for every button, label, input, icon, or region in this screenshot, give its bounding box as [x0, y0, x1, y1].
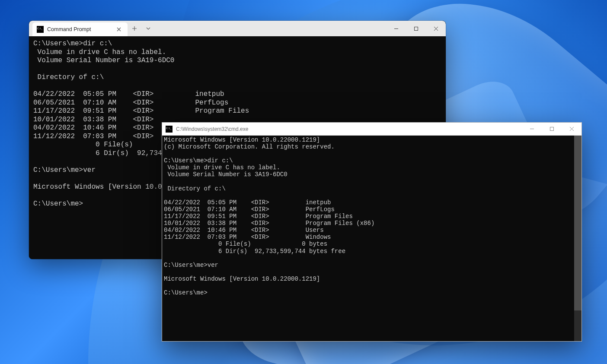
- terminal-titlebar[interactable]: Command Prompt: [29, 21, 446, 36]
- maximize-button[interactable]: [406, 21, 426, 36]
- minimize-icon: [394, 26, 399, 31]
- maximize-button[interactable]: [542, 123, 562, 135]
- vertical-scrollbar[interactable]: [574, 136, 581, 341]
- cmd-titlebar[interactable]: C:\Windows\system32\cmd.exe: [162, 123, 581, 136]
- cmd-window-title: C:\Windows\system32\cmd.exe: [176, 126, 248, 132]
- scrollbar-thumb[interactable]: [574, 136, 581, 310]
- minimize-icon: [530, 127, 534, 131]
- cmd-conhost-window: C:\Windows\system32\cmd.exe Microsoft Wi…: [162, 122, 582, 342]
- terminal-tab-active[interactable]: Command Prompt: [32, 22, 128, 36]
- close-icon: [117, 27, 121, 32]
- svg-rect-1: [550, 127, 553, 131]
- window-control-buttons: [386, 21, 446, 36]
- plus-icon: [132, 26, 137, 31]
- cmd-icon: [37, 26, 44, 33]
- new-tab-button[interactable]: [128, 21, 141, 36]
- maximize-icon: [549, 127, 554, 131]
- tab-dropdown-button[interactable]: [141, 21, 155, 36]
- terminal-tab-title: Command Prompt: [47, 26, 91, 32]
- terminal-tabstrip: Command Prompt: [29, 21, 128, 36]
- minimize-button[interactable]: [386, 21, 406, 36]
- window-control-buttons: [522, 123, 581, 135]
- cmd-icon: [166, 126, 173, 133]
- close-button[interactable]: [426, 21, 446, 36]
- svg-rect-0: [414, 27, 418, 30]
- close-icon: [434, 26, 438, 31]
- cmd-client-area: Microsoft Windows [Version 10.0.22000.12…: [162, 136, 581, 341]
- close-icon: [569, 127, 574, 131]
- close-button[interactable]: [562, 123, 581, 135]
- minimize-button[interactable]: [522, 123, 542, 135]
- maximize-icon: [414, 26, 419, 31]
- chevron-down-icon: [146, 27, 150, 30]
- tab-close-button[interactable]: [115, 25, 123, 34]
- cmd-output[interactable]: Microsoft Windows [Version 10.0.22000.12…: [162, 136, 581, 341]
